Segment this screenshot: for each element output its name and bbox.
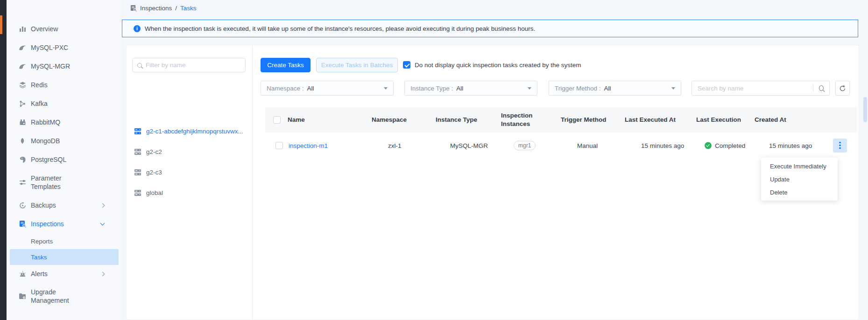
task-inspection-instances: mgr1 <box>514 141 536 150</box>
task-namespace: zxl-1 <box>388 142 402 149</box>
breadcrumb-section: Inspections <box>140 5 172 12</box>
dot <box>839 147 841 149</box>
select-all-checkbox[interactable] <box>273 116 281 124</box>
status-text: Completed <box>715 142 745 149</box>
caret-down-icon <box>528 87 531 90</box>
instance-list: g2-c1-abcdefghijklmnopqrstuvwx... g2-c2 … <box>127 121 252 203</box>
inspection-doc-icon <box>130 5 137 12</box>
col-last-executed-at: Last Executed At <box>625 115 676 124</box>
tasks-table: Name Namespace Instance Type Inspection … <box>265 107 857 158</box>
sidebar-item-redis[interactable]: Redis <box>7 76 122 94</box>
caret-down-icon <box>671 87 675 90</box>
menu-item-delete[interactable]: Delete <box>761 186 838 199</box>
sidebar-item-mongodb[interactable]: MongoDB <box>7 132 122 150</box>
sidebar-item-tasks[interactable]: Tasks <box>10 249 119 265</box>
task-last-executed-at: 15 minutes ago <box>641 142 684 149</box>
caret-down-icon <box>384 87 388 90</box>
instance-list-item[interactable]: g2-c3 <box>127 162 252 182</box>
hide-quick-tasks-option: Do not display quick inspection tasks cr… <box>403 61 581 69</box>
row-checkbox[interactable] <box>275 142 283 149</box>
col-inspection-instances: Inspection Instances <box>501 111 540 128</box>
sidebar-item-backups[interactable]: Backups <box>7 196 122 215</box>
sidebar-item-rabbitmq[interactable]: RabbitMQ <box>7 113 122 132</box>
chevron-right-icon <box>100 271 105 276</box>
instance-list-item[interactable]: g2-c1-abcdefghijklmnopqrstuvwx... <box>127 121 252 141</box>
vertical-scrollbar-thumb[interactable] <box>863 97 867 122</box>
col-instance-type: Instance Type <box>436 115 477 124</box>
server-icon <box>134 189 141 196</box>
instance-tag: mgr1 <box>514 141 536 150</box>
content-card: g2-c1-abcdefghijklmnopqrstuvwx... g2-c2 … <box>126 45 859 320</box>
namespace-dropdown[interactable]: Namespace : All <box>261 81 394 96</box>
rabbit-icon <box>19 118 26 126</box>
col-created-at: Created At <box>755 115 786 124</box>
trigger-method-dropdown[interactable]: Trigger Method : All <box>549 81 681 96</box>
siren-icon <box>19 270 26 278</box>
search-icon <box>137 63 142 68</box>
sidebar-item-mysql-mgr[interactable]: MySQL-MGR <box>7 57 122 76</box>
col-last-execution: Last Execution <box>696 115 741 124</box>
hide-quick-tasks-label: Do not display quick inspection tasks cr… <box>415 62 581 69</box>
server-icon <box>134 169 141 176</box>
left-accent-strip <box>0 0 7 320</box>
elephant-icon <box>19 156 26 163</box>
leaf-icon <box>19 137 26 145</box>
create-tasks-button[interactable]: Create Tasks <box>261 58 311 72</box>
info-icon <box>134 25 141 32</box>
table-header: Name Namespace Instance Type Inspection … <box>265 107 857 132</box>
search-by-name-box <box>692 81 830 96</box>
refresh-icon <box>839 85 846 92</box>
task-instance-type: MySQL-MGR <box>450 142 488 149</box>
dot <box>839 142 841 144</box>
breadcrumb: Inspections / Tasks <box>130 5 197 12</box>
server-icon <box>134 128 141 135</box>
app-root: Overview MySQL-PXC MySQL-MGR Redis <box>0 0 868 320</box>
dolphin-icon <box>19 44 26 51</box>
inspection-icon <box>19 220 26 228</box>
folder-gear-icon <box>19 292 26 300</box>
col-name: Name <box>288 115 305 124</box>
hide-quick-tasks-checkbox[interactable] <box>403 61 410 69</box>
table-row: inspection-m1 zxl-1 MySQL-MGR mgr1 Manua… <box>265 132 857 158</box>
info-banner: When the inspection task is executed, it… <box>122 20 858 37</box>
server-icon <box>134 148 141 155</box>
instance-list-item[interactable]: g2-c2 <box>127 141 252 162</box>
instance-type-dropdown[interactable]: Instance Type : All <box>404 81 537 96</box>
sidebar-item-upgrade-management[interactable]: Upgrade Management <box>7 283 122 310</box>
sidebar-item-postgresql[interactable]: PostgreSQL <box>7 150 122 169</box>
refresh-button[interactable] <box>835 81 850 96</box>
dolphin-icon <box>19 63 26 70</box>
row-actions-menu: Execute Immediately Update Delete <box>761 158 838 201</box>
info-banner-text: When the inspection task is executed, it… <box>145 25 535 32</box>
col-namespace: Namespace <box>372 115 407 124</box>
chevron-right-icon <box>100 203 105 208</box>
sidebar-item-inspections[interactable]: Inspections <box>7 215 122 233</box>
sidebar-item-parameter-templates[interactable]: Parameter Templates <box>7 169 122 196</box>
breadcrumb-current[interactable]: Tasks <box>180 5 197 12</box>
sidebar-item-alerts[interactable]: Alerts <box>7 265 122 283</box>
menu-item-execute-immediately[interactable]: Execute Immediately <box>761 160 838 173</box>
menu-item-update[interactable]: Update <box>761 173 838 186</box>
sidebar-item-kafka[interactable]: Kafka <box>7 94 122 113</box>
search-input[interactable] <box>698 85 810 92</box>
instance-list-panel: g2-c1-abcdefghijklmnopqrstuvwx... g2-c2 … <box>127 45 253 320</box>
completed-check-icon <box>705 142 712 149</box>
nodes-icon <box>19 100 26 107</box>
sidebar-nav: Overview MySQL-PXC MySQL-MGR Redis <box>7 20 122 310</box>
task-name-link[interactable]: inspection-m1 <box>289 142 328 149</box>
sidebar-item-reports[interactable]: Reports <box>7 233 122 249</box>
instance-list-item[interactable]: global <box>127 182 252 203</box>
sidebar-item-overview[interactable]: Overview <box>7 20 122 38</box>
search-icon[interactable] <box>819 85 824 91</box>
instance-filter-box <box>132 58 246 72</box>
instance-filter-input[interactable] <box>146 62 240 69</box>
task-last-execution: Completed <box>705 142 745 149</box>
breadcrumb-separator: / <box>175 5 177 12</box>
bar-chart-icon <box>19 25 26 33</box>
task-created-at: 15 minutes ago <box>769 142 812 149</box>
sidebar-item-mysql-pxc[interactable]: MySQL-PXC <box>7 38 122 57</box>
execute-batches-button[interactable]: Execute Tasks in Batches <box>316 58 398 72</box>
dot <box>839 145 841 146</box>
row-actions-button[interactable] <box>833 139 847 153</box>
sliders-icon <box>19 179 26 186</box>
